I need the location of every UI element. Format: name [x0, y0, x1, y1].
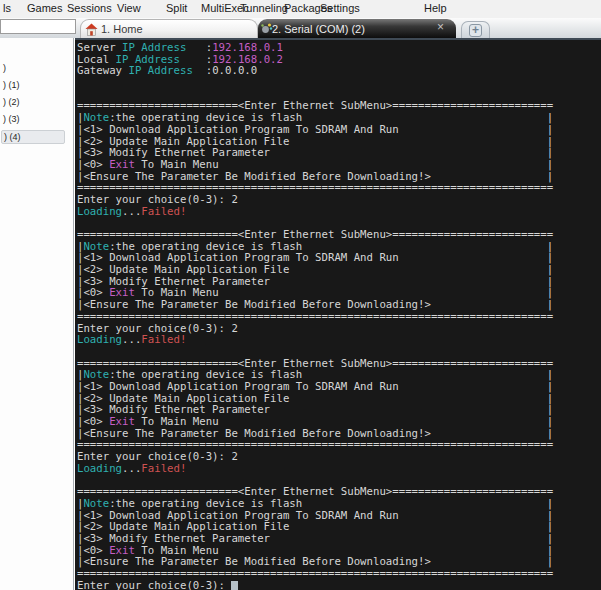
menu-item-view[interactable]: View	[117, 2, 141, 14]
sidebar-session-item[interactable]: )	[1, 62, 8, 74]
menu-item-games[interactable]: Games	[27, 2, 62, 14]
terminal-line: Loading...Failed!	[77, 334, 601, 346]
menu-item-help[interactable]: Help	[424, 2, 447, 14]
sidebar-session-item[interactable]: ) (4)	[1, 130, 65, 144]
menu-bar: lsGamesSessionsViewSplitMultiExecTunneli…	[0, 0, 601, 18]
tab-home-label: 1. Home	[101, 23, 143, 35]
serial-session-icon	[260, 22, 273, 35]
sidebar-session-item[interactable]: ) (2)	[1, 96, 22, 108]
home-icon	[85, 23, 98, 36]
menu-item-tunneling[interactable]: Tunneling	[240, 2, 288, 14]
terminal-cursor	[231, 581, 238, 590]
sidebar-session-item[interactable]: ) (3)	[1, 113, 22, 125]
terminal-line	[77, 77, 601, 89]
menu-item-sessions[interactable]: Sessions	[67, 2, 112, 14]
terminal-line: Gateway IP Address :0.0.0.0	[77, 65, 601, 77]
new-tab-button[interactable]: +	[461, 21, 490, 38]
menu-item-ls[interactable]: ls	[3, 2, 11, 14]
tab-serial-active[interactable]: 2. Serial (COM) (2) ×	[258, 19, 456, 38]
tab-home[interactable]: 1. Home	[80, 19, 258, 38]
terminal-output[interactable]: Server IP Address :192.168.0.1Local IP A…	[75, 40, 601, 590]
session-search-input[interactable]	[0, 19, 76, 34]
tab-serial-label: 2. Serial (COM) (2)	[272, 23, 365, 35]
menu-item-settings[interactable]: Settings	[320, 2, 360, 14]
app-window: { "menubar": { "items": [ {"label": "ls"…	[0, 0, 601, 590]
sidebar-session-item[interactable]: ) (1)	[1, 79, 22, 91]
terminal-line: Loading...Failed!	[77, 206, 601, 218]
menu-item-split[interactable]: Split	[166, 2, 187, 14]
terminal-line: Loading...Failed!	[77, 463, 601, 475]
terminal-line: Enter your choice(0-3):	[77, 580, 601, 590]
tab-bar: 1. Home 2. Serial (COM) (2) × +	[0, 18, 601, 38]
sessions-sidebar: )) (1)) (2)) (3)) (4)	[0, 38, 74, 590]
plus-icon: +	[469, 24, 482, 37]
close-icon[interactable]: ×	[437, 20, 444, 34]
